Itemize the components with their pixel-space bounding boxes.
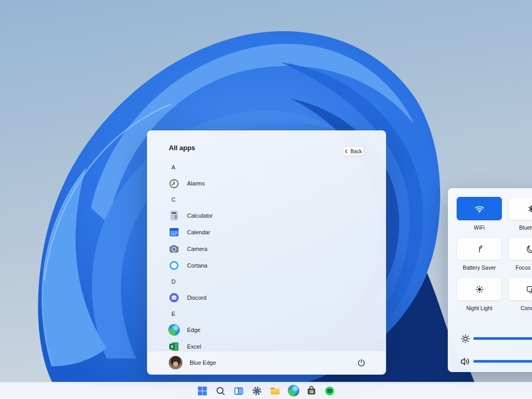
power-icon [357,358,366,367]
section-letter-d[interactable]: D [148,274,385,289]
app-label: Cortana [187,262,207,269]
edge-icon [168,324,180,336]
qs-cell-focus-assist: Focus assist [508,237,532,271]
discord-icon [168,292,180,303]
taskbar-edge-button[interactable] [288,385,299,396]
app-item-alarms[interactable]: Alarms [148,175,385,192]
taskbar-task-view-button[interactable] [233,385,245,396]
wifi-label: WiFi [457,224,502,231]
store-icon [306,385,317,396]
qs-cell-connect: Connect [508,277,532,311]
app-label: Camera [187,246,207,252]
app-item-calculator[interactable]: Calculator [148,207,385,224]
app-label: Edge [187,327,201,333]
taskbar-store-button[interactable] [306,385,317,396]
qs-cell-wifi: WiFi [457,197,502,231]
app-item-excel[interactable]: X Excel [148,338,385,351]
app-label: Alarms [187,180,205,187]
app-label: Calculator [187,212,213,219]
app-label: Discord [187,295,206,301]
all-apps-title: All apps [169,144,195,152]
taskbar [0,382,532,399]
settings-icon [251,385,262,396]
qs-cell-bluetooth: Bluetooth [508,197,532,231]
section-letter-c[interactable]: C [148,192,385,207]
bluetooth-label: Bluetooth [508,224,532,231]
bluetooth-toggle[interactable] [508,197,532,220]
start-menu-all-apps: All apps Back A Alarms C Calculator Cale… [147,130,386,375]
app-list: A Alarms C Calculator Calendar Camera [148,159,385,351]
camera-icon [168,243,180,255]
svg-text:X: X [170,344,174,349]
night-light-label: Night Light [457,305,502,311]
focus-assist-toggle[interactable] [508,237,532,260]
wifi-toggle[interactable] [457,197,502,220]
app-label: Excel [187,343,201,350]
cortana-icon [168,260,180,271]
connect-icon [526,284,532,295]
section-letter-e[interactable]: E [148,306,385,322]
brightness-slider-row [448,332,532,345]
app-item-edge[interactable]: Edge [148,322,385,338]
chevron-left-icon [344,149,348,154]
user-name[interactable]: Blue Edge [190,360,216,366]
spotify-icon [324,385,335,396]
section-letter-a[interactable]: A [148,159,385,175]
user-avatar[interactable] [169,356,182,369]
night-light-toggle[interactable] [457,277,502,301]
connect-toggle[interactable] [508,277,532,301]
taskbar-spotify-button[interactable] [324,385,336,396]
battery-saver-label: Battery Saver [457,264,502,271]
qs-cell-battery-saver: Battery Saver [457,237,502,271]
taskbar-settings-button[interactable] [251,385,263,396]
battery-saver-toggle[interactable] [457,237,502,260]
volume-slider[interactable] [473,360,532,363]
start-menu-user-bar: Blue Edge [148,351,385,374]
wifi-icon [474,203,485,215]
battery-saver-icon [474,244,485,254]
night-light-icon [474,284,485,295]
brightness-icon [459,332,472,345]
back-button[interactable]: Back [343,147,364,156]
alarms-icon [168,178,180,189]
calculator-icon [168,210,180,221]
bluetooth-icon [526,204,532,214]
quick-settings-panel: WiFi Bluetooth Battery Saver Focus assis… [448,188,532,372]
app-item-cortana[interactable]: Cortana [148,257,385,274]
focus-assist-icon [526,244,532,254]
power-button[interactable] [357,358,366,367]
file-explorer-icon [270,385,281,396]
app-label: Calendar [187,229,210,235]
taskbar-start-button[interactable] [197,385,208,396]
excel-icon: X [168,341,180,351]
qs-cell-night-light: Night Light [457,277,502,311]
taskbar-search-button[interactable] [215,385,227,396]
start-icon [197,385,208,396]
volume-slider-row [448,355,532,368]
volume-icon [459,355,472,368]
edge-icon [288,385,299,396]
app-item-camera[interactable]: Camera [148,241,385,257]
calendar-icon [168,227,180,238]
focus-assist-label: Focus assist [508,264,532,271]
search-icon [215,385,226,396]
app-item-discord[interactable]: Discord [148,289,385,306]
back-button-label: Back [350,149,362,154]
brightness-slider[interactable] [473,337,532,340]
connect-label: Connect [508,305,532,311]
task-view-icon [233,385,244,396]
app-item-calendar[interactable]: Calendar [148,224,385,241]
taskbar-file-explorer-button[interactable] [270,385,281,396]
